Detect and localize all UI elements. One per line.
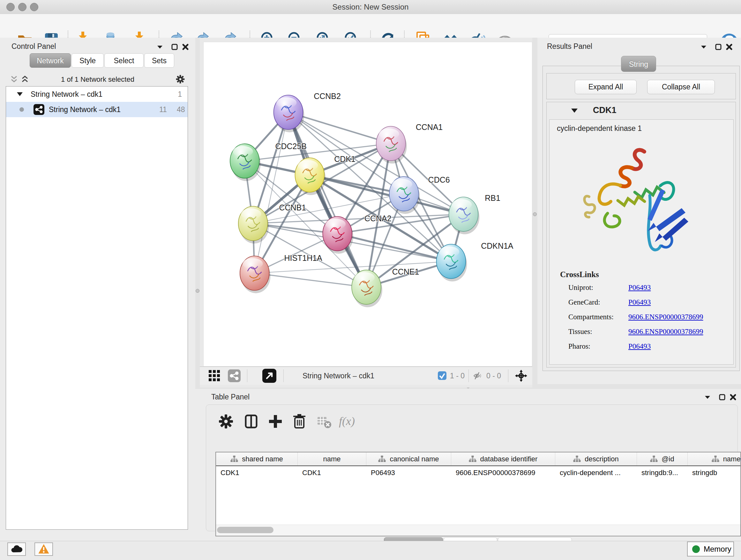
network-node-CDK1[interactable]: CDK1 [295,154,355,195]
network-node-CDKN1A[interactable]: CDKN1A [436,241,514,282]
pan-crosshair-icon[interactable] [515,370,527,382]
network-canvas[interactable]: CCNB2CCNA1CDC25BCDK1CDC6RB1CCNB1CCNA2CDK… [203,42,532,367]
tab-style[interactable]: Style [71,53,104,68]
status-bar: Memory [0,541,741,560]
results-tab-string[interactable]: String [621,56,656,72]
network-edge[interactable] [255,273,366,287]
network-row-selected[interactable]: String Network – cdk1 11 48 [6,102,188,117]
tab-sets[interactable]: Sets [144,53,174,68]
panel-close-icon[interactable] [729,393,737,401]
table-body: CDK1CDK1P064939606.ENSP00000378699cyclin… [216,466,740,480]
collapse-triangle-icon[interactable] [16,91,23,97]
cloud-button[interactable] [7,543,26,556]
function-builder-button[interactable]: f(x) [339,415,355,428]
table-cell[interactable]: P06493 [366,466,451,480]
collapse-all-button[interactable]: Collapse All [647,80,715,94]
delete-column-icon[interactable] [290,413,308,430]
show-columns-icon[interactable] [242,413,260,430]
table-cell[interactable]: CDK1 [298,466,366,480]
network-row-label: String Network – cdk1 [49,102,121,117]
network-collection-row[interactable]: String Network – cdk1 1 [6,86,188,102]
network-node-RB1[interactable]: RB1 [449,193,500,234]
left-splitter[interactable] [195,38,200,388]
table-cell[interactable]: stringdb [688,466,741,480]
tab-select[interactable]: Select [105,53,144,68]
panel-menu-icon[interactable] [699,43,708,51]
column-header-canonical-name[interactable]: canonical name [366,452,451,465]
column-header-shared-name[interactable]: shared name [216,452,298,465]
column-header-database-identifier[interactable]: database identifier [451,452,555,465]
panel-menu-icon[interactable] [156,43,164,51]
splitter-handle[interactable] [196,289,199,293]
panel-close-icon[interactable] [725,43,733,51]
crosslink-link[interactable]: 9606.ENSP00000378699 [628,313,703,321]
column-label: canonical name [390,455,439,463]
panel-float-icon[interactable] [714,43,723,51]
network-share-gray-icon[interactable] [228,369,241,382]
table-cell[interactable]: stringdb:9... [637,466,688,480]
gear-icon[interactable] [175,74,186,84]
column-header-name[interactable]: name [298,452,366,465]
network-node-CCNA1[interactable]: CCNA1 [376,123,443,164]
table-cell[interactable]: 9606.ENSP00000378699 [451,466,555,480]
splitter-handle[interactable] [533,212,537,216]
crosslink-link[interactable]: 9606.ENSP00000378699 [628,327,703,336]
horizontal-scrollbar[interactable] [216,524,740,536]
node-label: CDK1 [334,154,355,164]
crosslink-link[interactable]: P06493 [628,298,651,307]
column-header-namespace[interactable]: namespace [688,452,741,465]
column-hierarchy-icon [230,455,238,462]
crosslink-row: Compartments:9606.ENSP00000378699 [568,313,733,321]
column-hierarchy-icon [378,455,386,462]
birds-eye-view-icon[interactable] [262,369,276,383]
collapse-triangle-icon[interactable] [570,108,578,114]
results-panel: Results Panel String Expand All Collapse… [537,38,741,384]
crosslink-row: Pharos:P06493 [568,342,733,351]
network-node-CCNB1[interactable]: CCNB1 [239,203,306,244]
crosslink-row: Uniprot:P06493 [568,284,733,292]
column-header-description[interactable]: description [555,452,637,465]
crosslink-link[interactable]: P06493 [628,342,651,351]
selected-count: 1 - 0 [450,367,465,385]
delete-table-icon[interactable] [315,413,333,430]
network-collection-label: String Network – cdk1 [30,86,103,102]
network-collection-count: 1 [178,86,182,102]
expand-all-button[interactable]: Expand All [575,80,636,94]
gene-description: cyclin-dependent kinase 1 [557,124,733,133]
protein-structure-image [569,137,697,265]
table-cell[interactable]: cyclin-dependent ... [555,466,637,480]
node-label: HIST1H1A [284,253,323,262]
crosslink-row: GeneCard:P06493 [568,298,733,307]
grid-view-icon[interactable] [208,369,221,382]
title-bar: Session: New Session [0,0,741,14]
tab-network[interactable]: Network [30,53,71,68]
scrollbar-thumb[interactable] [217,527,273,533]
network-edge[interactable] [255,112,288,273]
column-label: database identifier [480,455,538,463]
network-node-HIST1H1A[interactable]: HIST1H1A [240,253,322,294]
network-share-icon [33,104,44,115]
column-header-@id[interactable]: @id [637,452,688,465]
warnings-button[interactable] [35,543,53,556]
memory-button[interactable]: Memory [687,542,734,557]
table-settings-gear-icon[interactable] [217,413,235,430]
memory-label: Memory [704,545,731,554]
table-cell[interactable]: CDK1 [216,466,298,480]
node-label: CCNA2 [364,214,392,223]
selected-checkbox-icon[interactable] [438,371,447,380]
panel-float-icon[interactable] [718,393,726,401]
gene-section-header[interactable]: CDK1 [547,102,736,119]
hidden-eye-slash-icon[interactable] [473,371,483,381]
node-table[interactable]: shared namenamecanonical namedatabase id… [215,452,741,537]
network-node-count: 11 [159,102,167,117]
main-toolbar [0,14,741,38]
panel-float-icon[interactable] [171,43,179,51]
table-row[interactable]: CDK1CDK1P064939606.ENSP00000378699cyclin… [216,466,740,480]
node-label: CDC25B [275,142,307,151]
right-splitter[interactable] [532,38,537,388]
add-column-icon[interactable] [266,413,284,430]
crosslink-link[interactable]: P06493 [628,284,651,292]
memory-status-dot [692,545,700,553]
panel-menu-icon[interactable] [703,393,712,401]
panel-close-icon[interactable] [181,43,190,51]
